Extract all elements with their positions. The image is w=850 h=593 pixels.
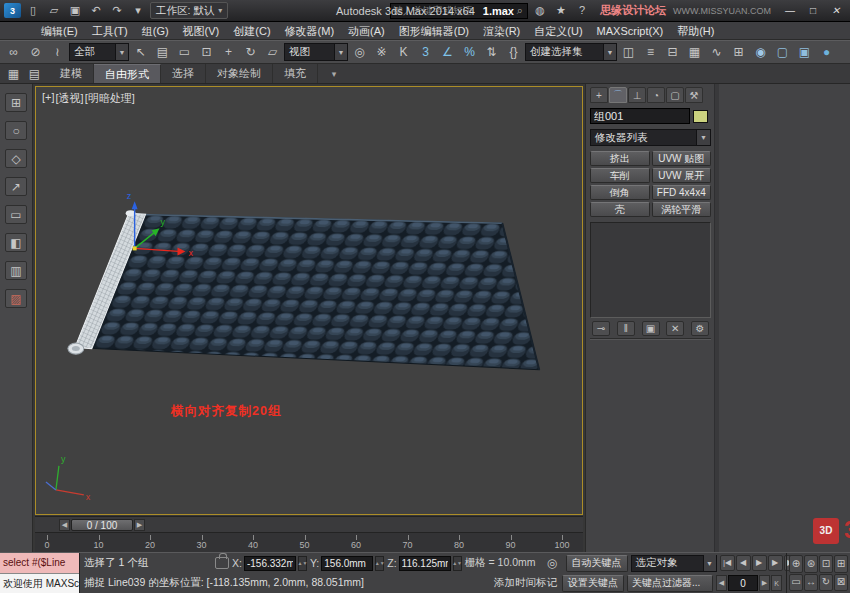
ribbon-tab[interactable]: 建模 bbox=[49, 64, 94, 83]
selection-filter-dropdown[interactable]: 全部 ▼ bbox=[69, 43, 129, 61]
viewport-layout-tabs-icon[interactable]: ⊞ bbox=[5, 93, 27, 112]
menu-item[interactable]: 帮助(H) bbox=[670, 22, 721, 40]
graphite-toggle-icon[interactable]: ▦ bbox=[684, 43, 705, 62]
maximize-viewport-icon[interactable]: ⊠ bbox=[834, 574, 848, 592]
app-logo-icon[interactable]: 3 bbox=[4, 3, 21, 18]
material-editor-icon[interactable]: ◉ bbox=[750, 43, 771, 62]
zoom-icon[interactable]: ⊕ bbox=[789, 555, 803, 573]
current-frame-field[interactable] bbox=[728, 575, 758, 591]
hierarchy-tab-icon[interactable]: ⊥ bbox=[628, 87, 646, 103]
edit-named-sets-icon[interactable]: {} bbox=[503, 43, 524, 62]
eraser-tool-icon[interactable]: ▨ bbox=[5, 289, 27, 308]
time-slider-prev-icon[interactable]: ◀ bbox=[59, 519, 70, 531]
utilities-tab-icon[interactable]: ⚒ bbox=[685, 87, 703, 103]
pan-icon[interactable]: ↔ bbox=[804, 574, 818, 592]
key-mode-toggle-icon[interactable]: K bbox=[771, 575, 782, 591]
pen-tool-icon[interactable]: ↗ bbox=[5, 177, 27, 196]
menu-item[interactable]: 视图(V) bbox=[176, 22, 227, 40]
modifier-preset-button[interactable]: 倒角 bbox=[590, 185, 650, 200]
time-slider-thumb[interactable]: 0 / 100 bbox=[71, 519, 133, 531]
add-time-tag[interactable]: 添加时间标记 bbox=[492, 576, 559, 590]
object-name-field[interactable] bbox=[590, 108, 690, 124]
roof-tiles-model[interactable] bbox=[75, 214, 539, 369]
next-frame-icon[interactable]: ▶ bbox=[768, 555, 783, 571]
remove-modifier-icon[interactable]: ✕ bbox=[666, 321, 684, 336]
time-slider-next-icon[interactable]: ▶ bbox=[134, 519, 145, 531]
frame-down-icon[interactable]: ◀ bbox=[716, 575, 727, 591]
use-pivot-center-icon[interactable]: ◎ bbox=[349, 43, 370, 62]
key-selection-dropdown[interactable]: 选定对象 ▼ bbox=[631, 555, 717, 572]
pattern-tool-icon[interactable]: ▥ bbox=[5, 261, 27, 280]
keyboard-override-icon[interactable]: K bbox=[393, 43, 414, 62]
selection-lock-icon[interactable] bbox=[215, 557, 229, 569]
unlink-selection-icon[interactable]: ⊘ bbox=[25, 43, 46, 62]
help-icon[interactable]: ? bbox=[573, 2, 591, 19]
create-tab-icon[interactable]: + bbox=[590, 87, 608, 103]
menu-item[interactable]: 自定义(U) bbox=[527, 22, 589, 40]
set-key-button[interactable]: 设置关键点 bbox=[562, 575, 624, 592]
zoom-extents-all-icon[interactable]: ⊞ bbox=[834, 555, 848, 573]
menu-item[interactable]: 动画(A) bbox=[341, 22, 392, 40]
previous-frame-icon[interactable]: ◀ bbox=[736, 555, 751, 571]
modifier-preset-button[interactable]: UVW 贴图 bbox=[652, 151, 712, 166]
bind-to-space-warp-icon[interactable]: ≀ bbox=[47, 43, 68, 62]
maxscript-mini-listener[interactable]: select #($Line 欢迎使用 MAXScr bbox=[0, 553, 80, 593]
select-and-move-icon[interactable]: + bbox=[218, 43, 239, 62]
open-file-icon[interactable]: ▱ bbox=[45, 2, 63, 19]
zoom-region-icon[interactable]: ▭ bbox=[789, 574, 803, 592]
viewport-label-segment[interactable]: [+] bbox=[42, 91, 55, 106]
named-selection-sets-dropdown[interactable]: 创建选择集 ▼ bbox=[525, 43, 617, 61]
modifier-preset-button[interactable]: 车削 bbox=[590, 168, 650, 183]
spinner-icon[interactable]: ▲▼ bbox=[453, 556, 462, 571]
new-file-icon[interactable]: ▯ bbox=[24, 2, 42, 19]
menu-item[interactable]: 创建(C) bbox=[226, 22, 277, 40]
communication-center-icon[interactable]: ◍ bbox=[531, 2, 549, 19]
ribbon-tab[interactable]: 选择 bbox=[161, 64, 206, 83]
rendered-frame-icon[interactable]: ▣ bbox=[794, 43, 815, 62]
shape-tool-icon[interactable]: ▭ bbox=[5, 205, 27, 224]
spinner-icon[interactable]: ▲▼ bbox=[298, 556, 307, 571]
snap-toggle-icon[interactable]: 3 bbox=[415, 43, 436, 62]
selection-tool-icon[interactable]: ○ bbox=[5, 121, 27, 140]
modifier-preset-button[interactable]: 涡轮平滑 bbox=[652, 202, 712, 217]
x-coordinate-field[interactable] bbox=[244, 556, 296, 571]
workspace-dropdown[interactable]: 工作区: 默认 ▾ bbox=[150, 2, 228, 19]
display-tab-icon[interactable]: ▢ bbox=[666, 87, 684, 103]
configure-modifier-sets-icon[interactable]: ⚙ bbox=[691, 321, 709, 336]
zoom-all-icon[interactable]: ⊛ bbox=[804, 555, 818, 573]
viewport-label-segment[interactable]: [明暗处理] bbox=[85, 91, 135, 106]
paint-tool-icon[interactable]: ◇ bbox=[5, 149, 27, 168]
ribbon-tab[interactable]: 填充 bbox=[273, 64, 318, 83]
play-icon[interactable]: ▶ bbox=[752, 555, 767, 571]
modifier-list-dropdown[interactable]: 修改器列表 ▼ bbox=[590, 129, 711, 146]
select-and-rotate-icon[interactable]: ↻ bbox=[240, 43, 261, 62]
z-coordinate-field[interactable] bbox=[399, 556, 451, 571]
align-icon[interactable]: ≡ bbox=[640, 43, 661, 62]
menu-item[interactable]: MAXScript(X) bbox=[590, 22, 671, 40]
modifier-preset-button[interactable]: UVW 展开 bbox=[652, 168, 712, 183]
layer-manager-icon[interactable]: ⊟ bbox=[662, 43, 683, 62]
reference-coordinate-dropdown[interactable]: 视图 ▼ bbox=[284, 43, 348, 61]
viewport-scene[interactable]: x y z x y bbox=[36, 87, 582, 514]
mirror-icon[interactable]: ◫ bbox=[618, 43, 639, 62]
time-slider[interactable]: ◀ 0 / 100 ▶ bbox=[35, 516, 583, 532]
modifier-preset-button[interactable]: 壳 bbox=[590, 202, 650, 217]
go-to-start-icon[interactable]: |◀ bbox=[720, 555, 735, 571]
favorites-icon[interactable]: ★ bbox=[552, 2, 570, 19]
schematic-view-icon[interactable]: ⊞ bbox=[728, 43, 749, 62]
menu-item[interactable]: 组(G) bbox=[135, 22, 176, 40]
maximize-button[interactable]: □ bbox=[803, 3, 823, 19]
select-and-link-icon[interactable]: ∞ bbox=[3, 43, 24, 62]
save-file-icon[interactable]: ▣ bbox=[66, 2, 84, 19]
close-button[interactable]: ✕ bbox=[826, 3, 846, 19]
viewport-label-segment[interactable]: [透视] bbox=[56, 91, 84, 106]
select-object-icon[interactable]: ↖ bbox=[130, 43, 151, 62]
curve-editor-icon[interactable]: ∿ bbox=[706, 43, 727, 62]
quick-access-dropdown-icon[interactable]: ▾ bbox=[129, 2, 147, 19]
redo-icon[interactable]: ↷ bbox=[108, 2, 126, 19]
percent-snap-icon[interactable]: % bbox=[459, 43, 480, 62]
render-setup-icon[interactable]: ▢ bbox=[772, 43, 793, 62]
ribbon-config-icon[interactable]: ▤ bbox=[24, 65, 45, 82]
search-input[interactable] bbox=[393, 5, 515, 16]
auto-key-button[interactable]: 自动关键点 bbox=[566, 555, 628, 572]
